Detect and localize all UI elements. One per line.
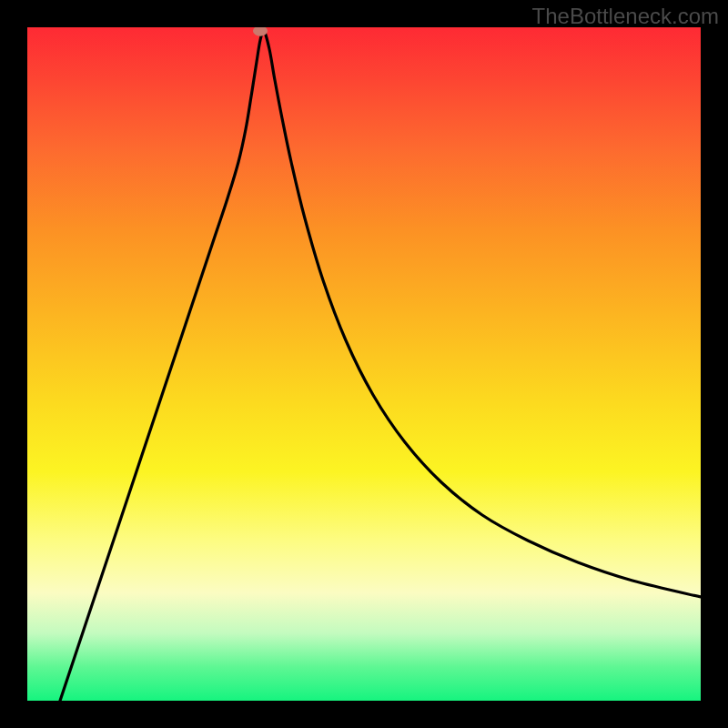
bottleneck-curve-path [60,31,701,701]
chart-frame: TheBottleneck.com [0,0,728,728]
watermark-text: TheBottleneck.com [532,4,719,29]
bottleneck-curve-svg [27,27,701,701]
plot-area [27,27,701,701]
